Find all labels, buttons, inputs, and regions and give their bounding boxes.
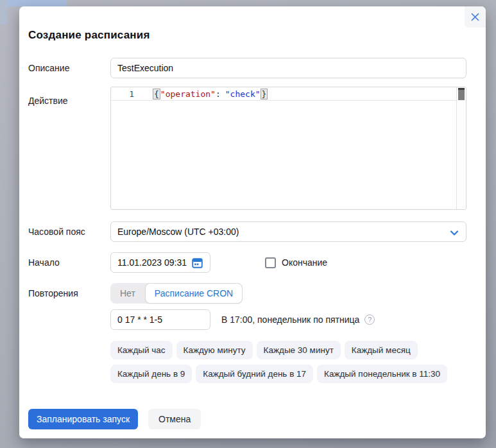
repeat-label: Повторения <box>28 283 110 304</box>
preset-every-hour[interactable]: Каждый час <box>110 341 173 359</box>
end-option: Окончание <box>265 252 327 273</box>
close-button[interactable] <box>465 6 486 28</box>
preset-chips-row-2: Каждый день в 9 Каждый будний день в 17 … <box>28 365 466 383</box>
repeat-option-cron[interactable]: Расписание CRON <box>145 283 243 304</box>
action-row: Действие 1 {"operation":"check"} <box>28 87 466 210</box>
close-icon <box>471 13 479 21</box>
description-row: Описание <box>28 58 466 78</box>
create-schedule-modal: Создание расписания Описание Действие 1 … <box>19 6 486 438</box>
repeat-row: Повторения Нет Расписание CRON <box>28 283 466 304</box>
preset-every-monday-1130[interactable]: Каждый понедельник в 11:30 <box>317 365 447 383</box>
description-input[interactable] <box>110 58 466 78</box>
cron-expression-input[interactable] <box>110 309 210 330</box>
code-open-brace: { <box>153 89 160 99</box>
start-row: Начало Окончание <box>28 252 466 273</box>
start-label: Начало <box>28 252 110 273</box>
description-label: Описание <box>28 58 110 78</box>
help-icon[interactable]: ? <box>364 314 375 325</box>
end-checkbox[interactable] <box>265 257 276 268</box>
preset-chips-row-1: Каждый час Каждую минуту Каждые 30 минут… <box>28 341 466 359</box>
code-value: "check" <box>225 89 261 99</box>
calendar-icon[interactable] <box>192 257 203 268</box>
code-key: "operation" <box>160 89 216 99</box>
preset-every-weekday-17[interactable]: Каждый будний день в 17 <box>196 365 313 383</box>
code-content: {"operation":"check"} <box>134 89 268 99</box>
cancel-button[interactable]: Отмена <box>148 409 201 429</box>
background-page-fragment <box>8 0 67 6</box>
code-colon: : <box>216 89 221 99</box>
action-code-editor[interactable]: 1 {"operation":"check"} <box>110 87 466 210</box>
editor-scrollbar-thumb[interactable] <box>458 88 465 100</box>
start-datetime-value[interactable] <box>117 257 188 268</box>
page-title: Создание расписания <box>28 29 466 42</box>
preset-every-day-9[interactable]: Каждый день в 9 <box>110 365 192 383</box>
schedule-run-button[interactable]: Запланировать запуск <box>28 409 138 429</box>
start-datetime-input[interactable] <box>110 252 210 273</box>
timezone-row: Часовой пояс Europe/Moscow (UTC +03:00) <box>28 221 466 242</box>
code-line: 1 {"operation":"check"} <box>111 87 456 101</box>
repeat-option-none[interactable]: Нет <box>110 283 145 304</box>
repeat-segmented-control: Нет Расписание CRON <box>110 283 243 304</box>
line-number: 1 <box>111 89 134 99</box>
chevron-down-icon <box>450 228 459 238</box>
modal-footer: Запланировать запуск Отмена <box>28 409 466 429</box>
preset-every-minute[interactable]: Каждую минуту <box>176 341 253 359</box>
cron-human-readable-hint: В 17:00, понедельник по пятница <box>221 314 359 325</box>
end-checkbox-label: Окончание <box>282 257 327 268</box>
timezone-select[interactable]: Europe/Moscow (UTC +03:00) <box>110 221 466 242</box>
editor-scrollbar-track[interactable] <box>456 87 466 209</box>
code-close-brace: } <box>261 89 268 99</box>
preset-every-30-min[interactable]: Каждые 30 минут <box>257 341 341 359</box>
timezone-selected-value: Europe/Moscow (UTC +03:00) <box>117 227 239 237</box>
background-page-fragment-side <box>0 0 8 24</box>
cron-row: В 17:00, понедельник по пятница ? <box>28 309 466 330</box>
timezone-label: Часовой пояс <box>28 221 110 242</box>
preset-every-month[interactable]: Каждый месяц <box>345 341 418 359</box>
action-label: Действие <box>28 87 110 111</box>
